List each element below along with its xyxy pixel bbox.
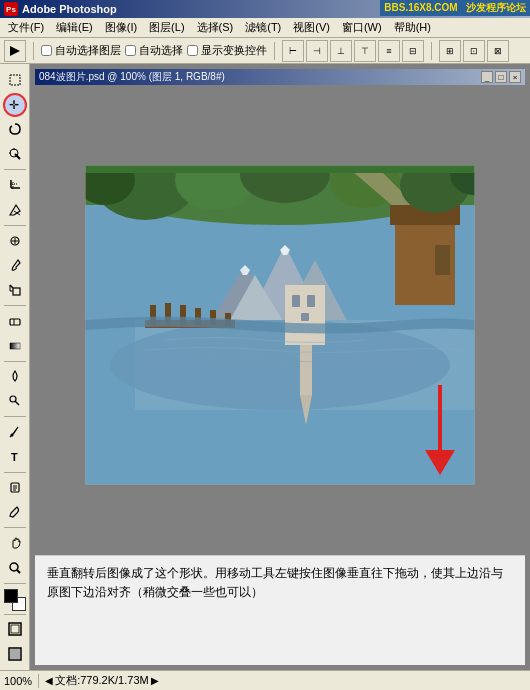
status-arrow-right[interactable]: ▶ xyxy=(151,675,159,686)
rectangular-marquee-tool[interactable] xyxy=(3,68,27,92)
screen-mode-standard[interactable] xyxy=(3,618,27,642)
lasso-tool[interactable] xyxy=(3,118,27,142)
show-transform-group: 显示变换控件 xyxy=(187,43,267,58)
app-icon: Ps xyxy=(4,2,18,16)
tools-panel: ✛ xyxy=(0,64,30,670)
menu-edit[interactable]: 编辑(E) xyxy=(50,18,99,37)
svg-rect-56 xyxy=(307,295,315,307)
healing-brush-tool[interactable] xyxy=(3,229,27,253)
svg-line-32 xyxy=(17,570,20,573)
show-transform-label: 显示变换控件 xyxy=(201,43,267,58)
doc-close-btn[interactable]: × xyxy=(509,71,521,83)
tool-sep7 xyxy=(4,527,26,528)
screen-mode-full[interactable] xyxy=(3,642,27,666)
menu-layer[interactable]: 图层(L) xyxy=(143,18,190,37)
align-right-btn[interactable]: ⊥ xyxy=(330,40,352,62)
auto-select-checkbox[interactable] xyxy=(125,45,136,56)
document-controls: _ □ × xyxy=(481,71,521,83)
status-sep xyxy=(38,674,39,688)
svg-rect-22 xyxy=(10,343,20,349)
watermark-text: BBS.16X8.COM 沙发程序论坛 xyxy=(380,0,530,16)
toolbar-sep2 xyxy=(274,42,275,60)
menu-select[interactable]: 选择(S) xyxy=(191,18,240,37)
content-area: 084波图片.psd @ 100% (图层 1, RGB/8#) _ □ × xyxy=(30,64,530,670)
dist-btn2[interactable]: ⊡ xyxy=(463,40,485,62)
align-icons: ⊢ ⊣ ⊥ ⊤ ≡ ⊟ xyxy=(282,40,424,62)
menu-view[interactable]: 视图(V) xyxy=(287,18,336,37)
distribute-icons: ⊞ ⊡ ⊠ xyxy=(439,40,509,62)
tool-sep6 xyxy=(4,472,26,473)
brush-tool[interactable] xyxy=(3,253,27,277)
doc-maximize-btn[interactable]: □ xyxy=(495,71,507,83)
status-bar: 100% ◀ 文档:779.2K/1.73M ▶ xyxy=(0,670,530,690)
photo-container xyxy=(85,165,475,485)
auto-select-layer-checkbox[interactable] xyxy=(41,45,52,56)
document-title: 084波图片.psd @ 100% (图层 1, RGB/8#) xyxy=(39,70,481,84)
svg-rect-34 xyxy=(11,625,19,633)
title-bar: Ps Adobe Photoshop BBS.16X8.COM 沙发程序论坛 xyxy=(0,0,530,18)
doc-minimize-btn[interactable]: _ xyxy=(481,71,493,83)
auto-select-label: 自动选择 xyxy=(139,43,183,58)
move-tool[interactable]: ✛ xyxy=(3,93,27,117)
menu-window[interactable]: 窗口(W) xyxy=(336,18,388,37)
align-bot-btn[interactable]: ⊟ xyxy=(402,40,424,62)
svg-marker-0 xyxy=(10,46,20,56)
toolbar-arrow-btn[interactable] xyxy=(4,40,26,62)
tool-sep1 xyxy=(4,169,26,170)
dodge-tool[interactable] xyxy=(3,389,27,413)
svg-text:✛: ✛ xyxy=(9,98,19,112)
align-center-btn[interactable]: ⊣ xyxy=(306,40,328,62)
zoom-tool[interactable] xyxy=(3,556,27,580)
notes-tool[interactable] xyxy=(3,476,27,500)
magic-wand-tool[interactable] xyxy=(3,142,27,166)
foreground-color[interactable] xyxy=(4,589,18,603)
document-titlebar: 084波图片.psd @ 100% (图层 1, RGB/8#) _ □ × xyxy=(35,69,525,85)
blur-tool[interactable] xyxy=(3,365,27,389)
svg-point-31 xyxy=(10,563,18,571)
show-transform-checkbox[interactable] xyxy=(187,45,198,56)
svg-rect-60 xyxy=(435,245,450,275)
menu-image[interactable]: 图像(I) xyxy=(99,18,143,37)
tool-sep9 xyxy=(4,614,26,615)
menu-file[interactable]: 文件(F) xyxy=(2,18,50,37)
tool-sep5 xyxy=(4,416,26,417)
svg-rect-1 xyxy=(10,75,20,85)
slice-tool[interactable] xyxy=(3,198,27,222)
tool-sep3 xyxy=(4,305,26,306)
svg-rect-16 xyxy=(13,288,20,295)
doc-size-info: ◀ 文档:779.2K/1.73M ▶ xyxy=(45,673,159,688)
svg-text:T: T xyxy=(11,451,18,463)
auto-select-layer-label: 自动选择图层 xyxy=(55,43,121,58)
eraser-tool[interactable] xyxy=(3,309,27,333)
align-top-btn[interactable]: ⊤ xyxy=(354,40,376,62)
hand-tool[interactable] xyxy=(3,531,27,555)
align-mid-btn[interactable]: ≡ xyxy=(378,40,400,62)
tool-sep2 xyxy=(4,225,26,226)
svg-point-51 xyxy=(110,320,450,410)
type-tool[interactable]: T xyxy=(3,445,27,469)
description-area: 垂直翻转后图像成了这个形状。用移动工具左键按住图像垂直往下拖动，使其上边沿与原图… xyxy=(35,555,525,665)
eyedropper-tool[interactable] xyxy=(3,500,27,524)
svg-point-25 xyxy=(10,433,13,436)
toolbar-sep3 xyxy=(431,42,432,60)
svg-rect-36 xyxy=(10,649,20,659)
menu-help[interactable]: 帮助(H) xyxy=(388,18,437,37)
toolbar: 自动选择图层 自动选择 显示变换控件 ⊢ ⊣ ⊥ ⊤ ≡ ⊟ ⊞ ⊡ ⊠ xyxy=(0,38,530,64)
color-boxes[interactable] xyxy=(4,589,26,611)
dist-btn1[interactable]: ⊞ xyxy=(439,40,461,62)
zoom-level: 100% xyxy=(4,675,32,687)
menu-bar: 文件(F) 编辑(E) 图像(I) 图层(L) 选择(S) 滤镜(T) 视图(V… xyxy=(0,18,530,38)
pen-tool[interactable] xyxy=(3,420,27,444)
crop-tool[interactable] xyxy=(3,173,27,197)
dist-btn3[interactable]: ⊠ xyxy=(487,40,509,62)
svg-rect-20 xyxy=(10,319,20,325)
clone-stamp-tool[interactable] xyxy=(3,278,27,302)
gradient-tool[interactable] xyxy=(3,334,27,358)
description-text: 垂直翻转后图像成了这个形状。用移动工具左键按住图像垂直往下拖动，使其上边沿与原图… xyxy=(47,564,513,602)
menu-filter[interactable]: 滤镜(T) xyxy=(239,18,287,37)
svg-line-24 xyxy=(15,401,19,405)
photo-image xyxy=(85,165,475,485)
status-arrow-left[interactable]: ◀ xyxy=(45,675,53,686)
align-left-btn[interactable]: ⊢ xyxy=(282,40,304,62)
auto-select-group: 自动选择 xyxy=(125,43,183,58)
